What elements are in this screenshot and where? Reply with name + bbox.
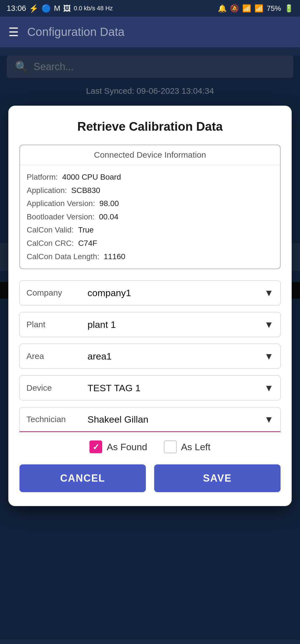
technician-chevron-icon: ▼: [264, 414, 274, 425]
dialog-buttons: CANCEL SAVE: [19, 464, 281, 492]
save-button[interactable]: SAVE: [154, 464, 281, 492]
status-bar: 13:06 ⚡ 🔵 M 🖼 0.0 kb/s 48 Hz 🔔 🔕 📶 📶 75%…: [0, 0, 300, 17]
plant-value: plant 1: [88, 319, 264, 330]
calcon-length-value: 11160: [104, 252, 125, 261]
platform-value: 4000 CPU Board: [62, 173, 121, 181]
area-field[interactable]: Area area1 ▼: [19, 344, 281, 369]
as-found-check-icon: ✓: [92, 442, 99, 452]
plant-chevron-icon: ▼: [264, 319, 274, 330]
area-chevron-icon: ▼: [264, 351, 274, 362]
boot-version-value: 00.04: [99, 212, 118, 221]
app-version-value: 98.00: [99, 199, 119, 208]
application-value: SCB830: [71, 186, 100, 195]
area-label: Area: [26, 351, 88, 361]
mute-icon: 🔕: [230, 4, 239, 13]
calcon-valid-label: CalCon Valid:: [27, 226, 74, 234]
cancel-button[interactable]: CANCEL: [19, 464, 146, 492]
as-found-checkbox[interactable]: ✓: [89, 440, 102, 453]
calcon-valid-value: True: [78, 226, 94, 234]
device-field[interactable]: Device TEST TAG 1 ▼: [19, 375, 281, 400]
status-bar-left: 13:06 ⚡ 🔵 M 🖼 0.0 kb/s 48 Hz: [7, 4, 113, 13]
as-left-label: As Left: [181, 442, 211, 452]
calcon-crc-label: CalCon CRC:: [27, 239, 74, 247]
technician-field[interactable]: Technician Shakeel Gillan ▼: [19, 407, 281, 432]
device-label: Device: [26, 383, 88, 393]
application-label: Application:: [27, 186, 67, 195]
alarm-icon: 🔔: [218, 4, 227, 13]
as-left-checkbox-item[interactable]: As Left: [164, 440, 211, 453]
notification-icon: 🖼: [63, 4, 71, 13]
signal-icon: 📶: [254, 4, 263, 13]
device-info-box: Connected Device Information Platform: 4…: [19, 145, 281, 269]
info-row-platform: Platform: 4000 CPU Board: [27, 170, 273, 184]
background-content: 🔍 Search... Last Synced: 09-06-2023 13:0…: [0, 56, 300, 640]
device-value: TEST TAG 1: [88, 383, 264, 393]
calcon-crc-value: C74F: [78, 239, 97, 247]
device-info-body: Platform: 4000 CPU Board Application: SC…: [20, 165, 280, 269]
technician-label: Technician: [26, 415, 88, 424]
as-left-checkbox[interactable]: [164, 440, 177, 453]
time: 13:06: [7, 4, 26, 13]
plant-label: Plant: [26, 320, 88, 329]
company-chevron-icon: ▼: [264, 288, 274, 298]
gmail-icon: M: [54, 4, 60, 13]
company-label: Company: [26, 288, 88, 298]
technician-value: Shakeel Gillan: [88, 414, 264, 425]
checkboxes-row: ✓ As Found As Left: [19, 440, 281, 453]
device-info-header: Connected Device Information: [20, 145, 280, 165]
battery-icon: 🔋: [284, 4, 293, 13]
app-version-label: Application Version:: [27, 199, 95, 208]
speed-indicator: 0.0 kb/s 48 Hz: [74, 5, 113, 12]
menu-icon[interactable]: ☰: [8, 25, 19, 39]
boot-version-label: Bootloader Version:: [27, 212, 94, 221]
dialog-title: Retrieve Calibration Data: [19, 120, 281, 133]
plant-field[interactable]: Plant plant 1 ▼: [19, 312, 281, 337]
platform-label: Platform:: [27, 173, 58, 181]
flash-icon: ⚡: [29, 4, 39, 13]
wifi-icon: 📶: [242, 4, 251, 13]
as-found-label: As Found: [107, 442, 147, 452]
info-row-calcon-crc: CalCon CRC: C74F: [27, 237, 273, 250]
company-field[interactable]: Company company1 ▼: [19, 280, 281, 305]
area-value: area1: [88, 351, 264, 362]
status-bar-right: 🔔 🔕 📶 📶 75% 🔋: [218, 4, 293, 13]
device-chevron-icon: ▼: [264, 383, 274, 393]
info-row-boot-version: Bootloader Version: 00.04: [27, 210, 273, 224]
battery-percent: 75%: [267, 4, 281, 13]
app-bar: ☰ Configuration Data: [0, 17, 300, 47]
company-value: company1: [88, 288, 264, 298]
info-row-calcon-valid: CalCon Valid: True: [27, 223, 273, 237]
info-row-application: Application: SCB830: [27, 184, 273, 197]
as-found-checkbox-item[interactable]: ✓ As Found: [89, 440, 147, 453]
info-row-calcon-length: CalCon Data Length: 11160: [27, 250, 273, 263]
bluetooth-icon: 🔵: [41, 4, 51, 13]
retrieve-calibration-dialog: Retrieve Calibration Data Connected Devi…: [8, 106, 292, 506]
calcon-length-label: CalCon Data Length:: [27, 252, 99, 261]
info-row-app-version: Application Version: 98.00: [27, 197, 273, 210]
app-title: Configuration Data: [27, 25, 124, 39]
